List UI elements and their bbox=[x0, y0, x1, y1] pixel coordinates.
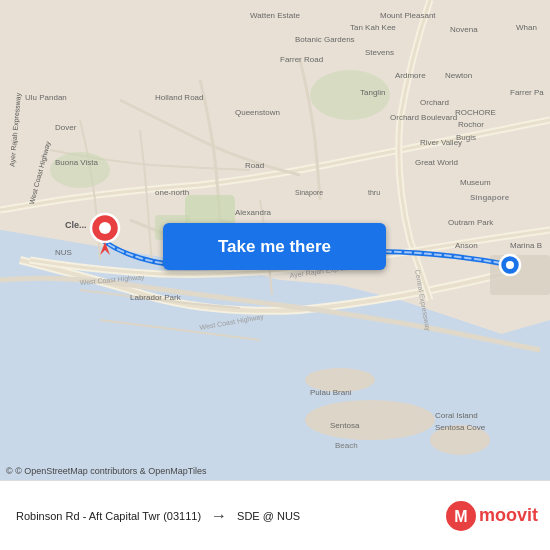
map-attribution: © © OpenStreetMap contributors & OpenMap… bbox=[6, 466, 207, 476]
take-me-there-button[interactable]: Take me there bbox=[163, 223, 386, 270]
svg-text:Cle...: Cle... bbox=[65, 220, 87, 230]
svg-text:Newton: Newton bbox=[445, 71, 472, 80]
svg-text:Beach: Beach bbox=[335, 441, 358, 450]
svg-point-12 bbox=[506, 261, 514, 269]
svg-text:Holland Road: Holland Road bbox=[155, 93, 203, 102]
copyright-icon: © bbox=[6, 466, 13, 476]
svg-text:Dover: Dover bbox=[55, 123, 77, 132]
route-to: SDE @ NUS bbox=[237, 510, 300, 522]
svg-text:Road: Road bbox=[245, 161, 264, 170]
svg-text:Botanic Gardens: Botanic Gardens bbox=[295, 35, 355, 44]
svg-text:Museum: Museum bbox=[460, 178, 491, 187]
svg-text:M: M bbox=[454, 508, 467, 525]
moovit-logo-icon: M bbox=[445, 500, 477, 532]
svg-text:Coral Island: Coral Island bbox=[435, 411, 478, 420]
route-from: Robinson Rd - Aft Capital Twr (03111) bbox=[16, 510, 201, 522]
svg-text:Great World: Great World bbox=[415, 158, 458, 167]
svg-text:Orchard Boulevard: Orchard Boulevard bbox=[390, 113, 457, 122]
svg-text:Alexandra: Alexandra bbox=[235, 208, 272, 217]
svg-text:Marina B: Marina B bbox=[510, 241, 542, 250]
svg-text:Stevens: Stevens bbox=[365, 48, 394, 57]
svg-text:Sentosa: Sentosa bbox=[330, 421, 360, 430]
map-container: Watten Estate Mount Pleasant Novena Tan … bbox=[0, 0, 550, 480]
moovit-text: moovit bbox=[479, 505, 538, 526]
svg-text:Tanglin: Tanglin bbox=[360, 88, 385, 97]
svg-text:Sinapore: Sinapore bbox=[295, 189, 323, 197]
svg-text:Tan Kah Kee: Tan Kah Kee bbox=[350, 23, 396, 32]
svg-text:Sentosa Cove: Sentosa Cove bbox=[435, 423, 486, 432]
svg-text:Ardmore: Ardmore bbox=[395, 71, 426, 80]
svg-text:Rochor: Rochor bbox=[458, 120, 484, 129]
svg-text:Singapore: Singapore bbox=[470, 193, 510, 202]
svg-text:Orchard: Orchard bbox=[420, 98, 449, 107]
svg-text:Mount Pleasant: Mount Pleasant bbox=[380, 11, 436, 20]
bottom-bar: Robinson Rd - Aft Capital Twr (03111) → … bbox=[0, 480, 550, 550]
svg-text:Farrer Road: Farrer Road bbox=[280, 55, 323, 64]
svg-text:ROCHORE: ROCHORE bbox=[455, 108, 496, 117]
svg-text:one-north: one-north bbox=[155, 188, 189, 197]
route-arrow: → bbox=[211, 507, 227, 525]
svg-text:Bugis: Bugis bbox=[456, 133, 476, 142]
svg-text:Queenstown: Queenstown bbox=[235, 108, 280, 117]
svg-text:thru: thru bbox=[368, 189, 380, 196]
svg-point-3 bbox=[305, 400, 435, 440]
svg-text:Novena: Novena bbox=[450, 25, 478, 34]
moovit-logo: M moovit bbox=[445, 500, 538, 532]
svg-text:Outram Park: Outram Park bbox=[448, 218, 494, 227]
route-info: Robinson Rd - Aft Capital Twr (03111) → … bbox=[16, 507, 437, 525]
svg-text:Pulau Brani: Pulau Brani bbox=[310, 388, 352, 397]
svg-point-14 bbox=[99, 222, 111, 234]
svg-text:Ulu Pandan: Ulu Pandan bbox=[25, 93, 67, 102]
svg-text:Watten Estate: Watten Estate bbox=[250, 11, 301, 20]
svg-text:Whan: Whan bbox=[516, 23, 537, 32]
svg-text:Labrador Park: Labrador Park bbox=[130, 293, 182, 302]
svg-text:Farrer Pa: Farrer Pa bbox=[510, 88, 544, 97]
svg-text:NUS: NUS bbox=[55, 248, 72, 257]
svg-text:Anson: Anson bbox=[455, 241, 478, 250]
svg-text:Buona Vista: Buona Vista bbox=[55, 158, 99, 167]
